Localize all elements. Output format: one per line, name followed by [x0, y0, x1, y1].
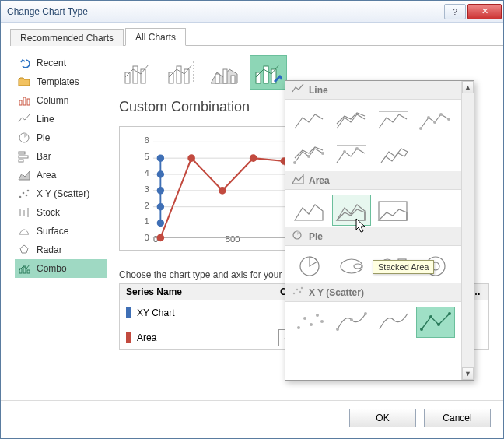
thumb-stacked-line-markers[interactable]: [290, 139, 329, 170]
combo-icon: [18, 262, 30, 275]
thumb-area[interactable]: [290, 195, 329, 226]
svg-point-85: [364, 312, 367, 315]
area-icon: [18, 169, 30, 181]
series-color-swatch: [126, 307, 131, 318]
sidebar-item-scatter[interactable]: X Y (Scatter): [15, 184, 107, 203]
thumb-pie-3d[interactable]: [332, 251, 371, 282]
titlebar[interactable]: Change Chart Type ? ✕: [1, 1, 503, 23]
category-sidebar: Recent Templates Column Line Pie Bar Are…: [15, 54, 107, 391]
undo-icon: [18, 57, 30, 69]
svg-rect-6: [19, 160, 23, 162]
sidebar-item-stock[interactable]: Stock: [15, 203, 107, 222]
popup-section-label: X Y (Scatter): [309, 287, 364, 298]
svg-point-59: [447, 118, 450, 121]
series-name: Area: [137, 332, 156, 343]
svg-point-44: [158, 155, 164, 161]
sidebar-item-templates[interactable]: Templates: [15, 72, 107, 91]
thumb-100-stacked-line[interactable]: [374, 104, 413, 135]
sidebar-item-pie[interactable]: Pie: [15, 128, 107, 147]
thumb-pie[interactable]: [290, 251, 329, 282]
svg-point-82: [320, 320, 324, 323]
thumb-line[interactable]: [290, 104, 329, 135]
svg-point-80: [310, 323, 313, 326]
svg-point-69: [354, 264, 362, 269]
svg-point-60: [293, 161, 296, 164]
column-icon: [18, 94, 30, 107]
svg-rect-20: [215, 74, 219, 83]
subtype-clustered-column-line-secondary[interactable]: [163, 55, 200, 90]
svg-point-81: [316, 314, 319, 317]
tab-strip: Recommended Charts All Charts: [10, 27, 503, 46]
svg-point-9: [26, 195, 28, 197]
help-button[interactable]: ?: [444, 4, 466, 19]
svg-rect-23: [256, 72, 261, 83]
svg-rect-14: [125, 72, 130, 83]
sidebar-item-label: Stock: [37, 207, 60, 218]
svg-point-63: [343, 150, 346, 153]
thumb-scatter-straight-markers[interactable]: [416, 307, 455, 338]
subtype-stacked-area-column[interactable]: [206, 55, 243, 90]
svg-point-45: [158, 171, 164, 177]
svg-rect-24: [264, 66, 268, 83]
sidebar-item-radar[interactable]: Radar: [15, 241, 107, 259]
svg-point-77: [301, 287, 303, 289]
change-chart-type-dialog: Change Chart Type ? ✕ Recommended Charts…: [0, 0, 504, 439]
cancel-button[interactable]: Cancel: [424, 409, 491, 427]
radar-icon: [18, 244, 30, 256]
tab-recommended[interactable]: Recommended Charts: [10, 29, 124, 46]
thumb-scatter-smooth-markers[interactable]: [332, 307, 371, 338]
thumb-3d-line[interactable]: [374, 139, 413, 170]
subtype-custom-combination[interactable]: [250, 55, 287, 90]
thumb-line-markers[interactable]: [416, 104, 455, 135]
thumb-100-stacked-line-markers[interactable]: [332, 139, 371, 170]
svg-text:6: 6: [145, 135, 149, 145]
sidebar-item-label: Combo: [37, 263, 67, 274]
sidebar-item-surface[interactable]: Surface: [15, 222, 107, 241]
sidebar-item-recent[interactable]: Recent: [15, 54, 107, 72]
svg-point-62: [321, 152, 324, 155]
close-button[interactable]: ✕: [467, 4, 502, 19]
svg-point-50: [188, 155, 194, 161]
svg-rect-5: [19, 156, 28, 158]
svg-text:3: 3: [145, 184, 149, 194]
tooltip: Stacked Area: [373, 260, 434, 274]
sidebar-item-label: Area: [37, 170, 56, 181]
svg-rect-21: [223, 69, 227, 83]
line-icon: [292, 83, 304, 97]
subtype-clustered-column-line[interactable]: [119, 55, 156, 90]
svg-rect-4: [19, 152, 25, 154]
svg-point-61: [307, 155, 310, 158]
chart-type-popup: Line Area: [285, 80, 474, 381]
sidebar-item-column[interactable]: Column: [15, 91, 107, 110]
sidebar-item-combo[interactable]: Combo: [15, 259, 107, 278]
sidebar-item-label: Surface: [37, 226, 68, 237]
svg-rect-15: [133, 66, 138, 83]
svg-point-7: [19, 196, 22, 198]
svg-point-84: [350, 318, 353, 321]
surface-icon: [18, 225, 30, 237]
thumb-scatter-smooth[interactable]: [374, 307, 413, 338]
ok-button[interactable]: OK: [349, 409, 416, 427]
svg-rect-18: [177, 66, 181, 83]
bar-icon: [18, 150, 30, 163]
scroll-down-icon[interactable]: ▼: [462, 367, 474, 380]
thumb-scatter[interactable]: [290, 307, 329, 338]
popup-scrollbar[interactable]: ▲ ▼: [461, 81, 474, 380]
thumb-100-stacked-area[interactable]: [374, 195, 413, 226]
scroll-up-icon[interactable]: ▲: [462, 81, 474, 93]
svg-text:0: 0: [145, 233, 149, 242]
sidebar-item-label: Line: [37, 114, 54, 125]
series-color-swatch: [126, 332, 131, 343]
sidebar-item-area[interactable]: Area: [15, 166, 107, 184]
sidebar-item-bar[interactable]: Bar: [15, 147, 107, 166]
svg-point-56: [427, 116, 430, 119]
stock-icon: [18, 206, 30, 219]
thumb-stacked-line[interactable]: [332, 104, 371, 135]
tab-all-charts[interactable]: All Charts: [125, 28, 186, 46]
svg-text:4: 4: [145, 168, 149, 177]
sidebar-item-line[interactable]: Line: [15, 110, 107, 128]
svg-point-86: [420, 328, 423, 331]
col-header-name: Series Name: [120, 286, 274, 297]
svg-point-76: [299, 291, 301, 293]
pie-icon: [292, 230, 304, 243]
